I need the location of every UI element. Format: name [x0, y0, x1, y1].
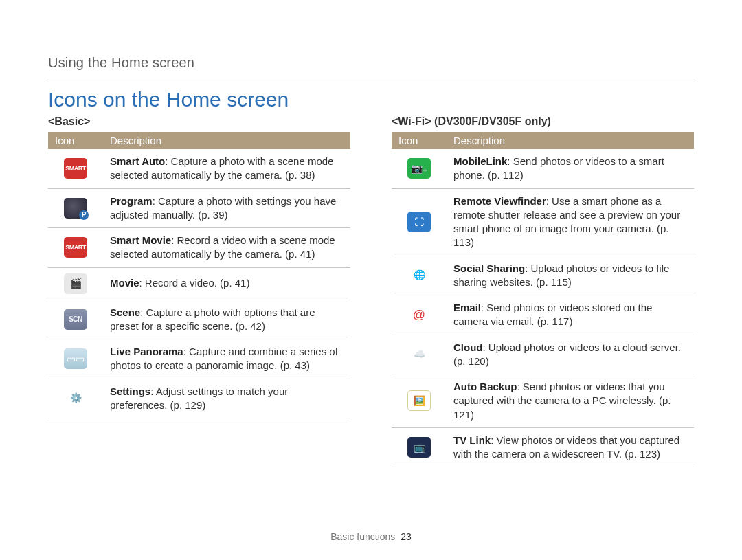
cloud-icon: ☁️ — [407, 344, 431, 365]
table-row: Program: Capture a photo with settings y… — [48, 188, 350, 228]
tv-link-icon: 📺 — [407, 437, 431, 458]
page-footer: Basic functions 23 — [0, 531, 742, 542]
breadcrumb: Using the Home screen — [48, 55, 694, 71]
basic-column: <Basic> Icon Description SMARTSmart Auto… — [48, 115, 350, 418]
description-cell: Auto Backup: Send photos or videos that … — [447, 374, 694, 428]
th-description: Description — [103, 132, 350, 149]
description-text: : Record a video. (p. 41) — [139, 277, 250, 289]
description-cell: MobileLink: Send photos or videos to a s… — [447, 149, 694, 188]
panorama-icon: ▭▭ — [64, 348, 87, 369]
page-title: Icons on the Home screen — [48, 88, 694, 111]
description-text: : Send photos or videos stored on the ca… — [453, 302, 652, 327]
columns: <Basic> Icon Description SMARTSmart Auto… — [48, 115, 694, 467]
basic-subhead: <Basic> — [48, 115, 350, 128]
table-row: SMARTSmart Movie: Record a video with a … — [48, 228, 350, 268]
table-row: 📺TV Link: View photos or videos that you… — [392, 427, 694, 467]
description-term: Smart Auto — [110, 155, 165, 167]
basic-table: Icon Description SMARTSmart Auto: Captur… — [48, 132, 350, 418]
description-cell: Cloud: Upload photos or videos to a clou… — [447, 335, 694, 374]
description-term: Movie — [110, 277, 139, 289]
program-icon — [64, 198, 87, 219]
table-row: ☁️Cloud: Upload photos or videos to a cl… — [392, 335, 694, 374]
wifi-column: <Wi-Fi> (DV300F/DV305F only) Icon Descri… — [392, 115, 694, 467]
description-term: Social Sharing — [453, 262, 525, 274]
description-term: Auto Backup — [453, 381, 517, 392]
description-cell: Program: Capture a photo with settings y… — [103, 188, 350, 228]
description-cell: Remote Viewfinder: Use a smart phone as … — [447, 188, 694, 256]
description-term: MobileLink — [453, 155, 507, 167]
email-icon: @ — [407, 304, 431, 325]
wifi-table: Icon Description 📷₊MobileLink: Send phot… — [392, 132, 694, 467]
description-term: Smart Movie — [110, 234, 171, 246]
wifi-subhead: <Wi-Fi> (DV300F/DV305F only) — [392, 115, 694, 128]
social-sharing-icon: 🌐 — [407, 265, 431, 286]
mobilelink-icon: 📷₊ — [407, 158, 431, 179]
footer-section: Basic functions — [330, 531, 395, 542]
description-cell: Social Sharing: Upload photos or videos … — [447, 256, 694, 295]
description-cell: Smart Movie: Record a video with a scene… — [103, 228, 350, 268]
description-text: : Capture a photo with options that are … — [110, 306, 315, 332]
table-row: 🖼️Auto Backup: Send photos or videos tha… — [392, 374, 694, 428]
th-icon: Icon — [392, 132, 447, 149]
description-cell: Live Panorama: Capture and combine a ser… — [103, 339, 350, 379]
table-row: ⚙️Settings: Adjust settings to match you… — [48, 379, 350, 418]
th-description: Description — [447, 132, 694, 149]
description-cell: TV Link: View photos or videos that you … — [447, 427, 694, 467]
description-cell: Email: Send photos or videos stored on t… — [447, 295, 694, 335]
page-number: 23 — [401, 531, 412, 542]
manual-page: Using the Home screen Icons on the Home … — [0, 0, 742, 560]
description-cell: Smart Auto: Capture a photo with a scene… — [103, 149, 350, 188]
th-icon: Icon — [48, 132, 103, 149]
table-row: @Email: Send photos or videos stored on … — [392, 295, 694, 335]
description-text: : Upload photos or videos to a cloud ser… — [453, 341, 681, 367]
smart-auto-icon: SMART — [64, 158, 87, 179]
settings-icon: ⚙️ — [64, 388, 87, 409]
table-row: ▭▭Live Panorama: Capture and combine a s… — [48, 339, 350, 379]
scene-icon: SCN — [64, 309, 87, 330]
description-term: Cloud — [453, 341, 483, 353]
table-row: 🎬Movie: Record a video. (p. 41) — [48, 267, 350, 300]
table-row: ⛶Remote Viewfinder: Use a smart phone as… — [392, 188, 694, 256]
description-term: Program — [110, 195, 153, 207]
description-term: TV Link — [453, 434, 491, 446]
description-term: Scene — [110, 306, 140, 318]
divider — [48, 78, 694, 78]
table-row: 🌐Social Sharing: Upload photos or videos… — [392, 256, 694, 295]
description-term: Live Panorama — [110, 346, 183, 357]
table-row: SMARTSmart Auto: Capture a photo with a … — [48, 149, 350, 188]
movie-icon: 🎬 — [64, 273, 87, 294]
description-cell: Movie: Record a video. (p. 41) — [103, 267, 350, 300]
description-term: Settings — [110, 385, 150, 397]
table-row: 📷₊MobileLink: Send photos or videos to a… — [392, 149, 694, 188]
auto-backup-icon: 🖼️ — [407, 390, 431, 411]
smart-movie-icon: SMART — [64, 237, 87, 258]
description-cell: Settings: Adjust settings to match your … — [103, 379, 350, 418]
table-row: SCNScene: Capture a photo with options t… — [48, 300, 350, 339]
description-term: Remote Viewfinder — [453, 195, 546, 207]
remote-viewfinder-icon: ⛶ — [407, 212, 431, 232]
description-term: Email — [453, 302, 481, 313]
description-cell: Scene: Capture a photo with options that… — [103, 300, 350, 339]
